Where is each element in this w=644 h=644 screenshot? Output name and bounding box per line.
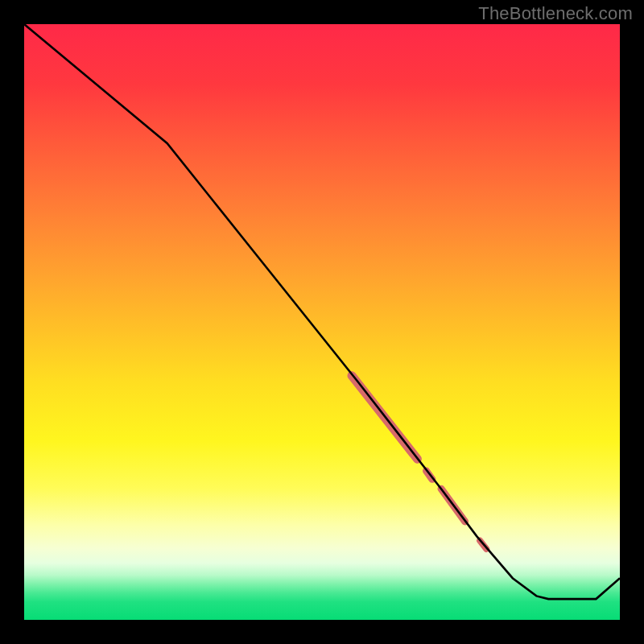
chart-container: TheBottleneck.com [0, 0, 644, 644]
watermark-text: TheBottleneck.com [478, 3, 633, 24]
chart-background-gradient [24, 24, 620, 620]
plot-area [24, 24, 620, 620]
bottleneck-chart [24, 24, 620, 620]
